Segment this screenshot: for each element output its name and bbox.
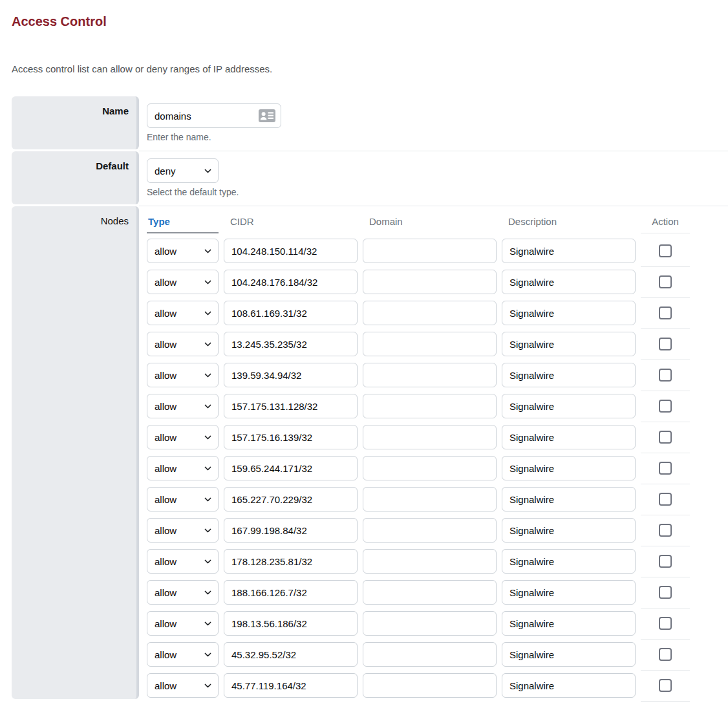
node-description-input[interactable] xyxy=(502,425,636,449)
node-description-input[interactable] xyxy=(502,363,636,387)
node-cidr-input[interactable] xyxy=(224,425,358,449)
node-type-select[interactable]: allow xyxy=(147,549,219,574)
node-domain-input[interactable] xyxy=(363,239,497,263)
domain-cell xyxy=(363,611,497,636)
node-delete-checkbox[interactable] xyxy=(659,586,672,599)
node-description-input[interactable] xyxy=(502,270,636,294)
column-header-type[interactable]: Type xyxy=(147,215,219,233)
type-cell: allow xyxy=(147,673,219,698)
node-delete-checkbox[interactable] xyxy=(659,338,672,350)
node-type-select[interactable]: allow xyxy=(147,363,219,387)
default-type-select[interactable]: deny xyxy=(147,158,219,183)
node-type-select[interactable]: allow xyxy=(147,301,219,325)
node-cidr-input[interactable] xyxy=(224,580,358,605)
node-delete-checkbox[interactable] xyxy=(659,555,672,568)
access-control-page: Access Control Access control list can a… xyxy=(0,0,728,701)
node-domain-input[interactable] xyxy=(363,611,497,636)
node-domain-input[interactable] xyxy=(363,487,497,511)
node-type-select[interactable]: allow xyxy=(147,425,219,449)
node-delete-checkbox[interactable] xyxy=(659,462,672,475)
node-domain-input[interactable] xyxy=(363,456,497,480)
node-delete-checkbox[interactable] xyxy=(659,369,672,382)
node-type-select[interactable]: allow xyxy=(147,580,219,605)
node-cidr-input[interactable] xyxy=(224,363,358,387)
node-domain-input[interactable] xyxy=(363,549,497,574)
node-type-select[interactable]: allow xyxy=(147,270,219,294)
type-cell: allow xyxy=(147,580,219,605)
name-field-wrap xyxy=(147,103,281,128)
node-description-input[interactable] xyxy=(502,239,636,263)
node-cidr-input[interactable] xyxy=(224,611,358,636)
node-cidr-input[interactable] xyxy=(224,301,358,325)
node-delete-checkbox[interactable] xyxy=(659,617,672,630)
action-cell xyxy=(641,546,690,577)
node-domain-input[interactable] xyxy=(363,673,497,698)
cidr-cell xyxy=(224,270,358,294)
domain-cell xyxy=(363,642,497,667)
node-type-select[interactable]: allow xyxy=(147,673,219,698)
node-delete-checkbox[interactable] xyxy=(659,275,672,288)
node-type-select[interactable]: allow xyxy=(147,611,219,636)
node-description-input[interactable] xyxy=(502,611,636,636)
node-cidr-input[interactable] xyxy=(224,642,358,667)
node-delete-checkbox[interactable] xyxy=(659,493,672,506)
action-cell xyxy=(641,670,690,702)
cidr-cell xyxy=(224,487,358,511)
node-cidr-input[interactable] xyxy=(224,394,358,418)
node-cidr-input[interactable] xyxy=(224,549,358,574)
action-cell xyxy=(641,297,690,329)
node-type-select[interactable]: allow xyxy=(147,518,219,543)
node-description-input[interactable] xyxy=(502,673,636,698)
description-cell xyxy=(502,611,636,636)
node-description-input[interactable] xyxy=(502,580,636,605)
node-description-input[interactable] xyxy=(502,518,636,543)
node-description-input[interactable] xyxy=(502,487,636,511)
node-cidr-input[interactable] xyxy=(224,456,358,480)
description-cell xyxy=(502,487,636,511)
node-domain-input[interactable] xyxy=(363,270,497,294)
cidr-cell xyxy=(224,518,358,543)
node-delete-checkbox[interactable] xyxy=(659,400,672,413)
node-cidr-input[interactable] xyxy=(224,518,358,543)
node-type-select[interactable]: allow xyxy=(147,642,219,667)
node-cidr-input[interactable] xyxy=(224,332,358,356)
node-description-input[interactable] xyxy=(502,642,636,667)
action-cell xyxy=(641,515,690,546)
node-delete-checkbox[interactable] xyxy=(659,307,672,319)
node-type-select[interactable]: allow xyxy=(147,456,219,480)
node-description-input[interactable] xyxy=(502,332,636,356)
domain-cell xyxy=(363,487,497,511)
node-domain-input[interactable] xyxy=(363,642,497,667)
node-description-input[interactable] xyxy=(502,456,636,480)
node-domain-input[interactable] xyxy=(363,425,497,449)
node-delete-checkbox[interactable] xyxy=(659,648,672,661)
cidr-cell xyxy=(224,456,358,480)
node-domain-input[interactable] xyxy=(363,332,497,356)
node-cidr-input[interactable] xyxy=(224,239,358,263)
cidr-cell xyxy=(224,394,358,418)
node-description-input[interactable] xyxy=(502,549,636,574)
node-type-select[interactable]: allow xyxy=(147,487,219,511)
node-domain-input[interactable] xyxy=(363,363,497,387)
node-description-input[interactable] xyxy=(502,394,636,418)
node-cidr-input[interactable] xyxy=(224,673,358,698)
node-type-select[interactable]: allow xyxy=(147,239,219,263)
type-cell: allow xyxy=(147,642,219,667)
node-description-input[interactable] xyxy=(502,301,636,325)
action-cell xyxy=(641,453,690,484)
node-delete-checkbox[interactable] xyxy=(659,524,672,537)
domain-cell xyxy=(363,425,497,449)
node-domain-input[interactable] xyxy=(363,301,497,325)
node-delete-checkbox[interactable] xyxy=(659,431,672,444)
node-domain-input[interactable] xyxy=(363,394,497,418)
node-cidr-input[interactable] xyxy=(224,270,358,294)
node-type-select[interactable]: allow xyxy=(147,394,219,418)
type-cell: allow xyxy=(147,425,219,449)
node-cidr-input[interactable] xyxy=(224,487,358,511)
node-domain-input[interactable] xyxy=(363,518,497,543)
node-delete-checkbox[interactable] xyxy=(659,244,672,257)
contact-card-icon[interactable] xyxy=(259,109,275,122)
node-domain-input[interactable] xyxy=(363,580,497,605)
node-type-select[interactable]: allow xyxy=(147,332,219,356)
node-delete-checkbox[interactable] xyxy=(659,679,672,692)
